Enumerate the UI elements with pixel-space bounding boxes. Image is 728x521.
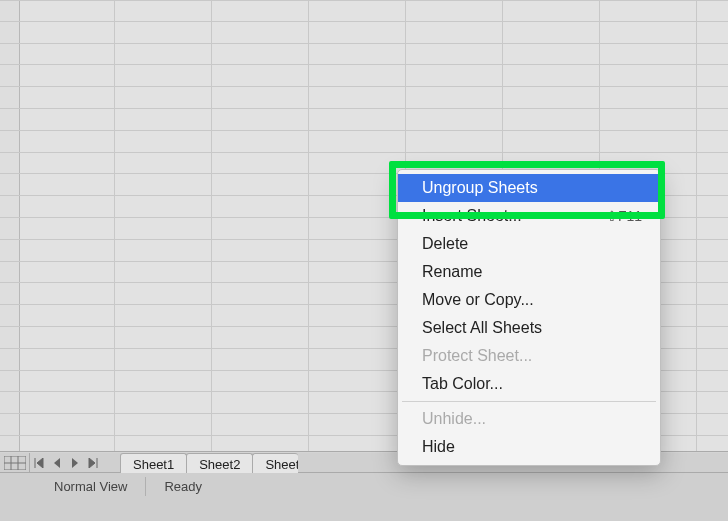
last-sheet-button[interactable] [84,454,102,472]
nav-first-icon [34,458,44,468]
menu-item-label: Move or Copy... [422,291,534,309]
grid-view-icon [4,456,26,470]
view-options-button[interactable] [0,453,30,473]
sheet-tab-2[interactable]: Sheet2 [186,453,253,473]
view-mode-label: Normal View [36,477,146,496]
sheet-tab-1[interactable]: Sheet1 [120,453,187,473]
menu-item-label: Insert Sheet... [422,207,522,225]
menu-select-all-sheets[interactable]: Select All Sheets [398,314,660,342]
menu-insert-sheet[interactable]: Insert Sheet... ⇧F11 [398,202,660,230]
menu-separator [402,401,656,402]
menu-item-label: Select All Sheets [422,319,542,337]
nav-last-icon [88,458,98,468]
menu-item-label: Hide [422,438,455,456]
first-sheet-button[interactable] [30,454,48,472]
menu-protect-sheet: Protect Sheet... [398,342,660,370]
menu-delete[interactable]: Delete [398,230,660,258]
menu-item-label: Delete [422,235,468,253]
menu-hide[interactable]: Hide [398,433,660,461]
nav-next-icon [71,458,79,468]
menu-shortcut-label: ⇧F11 [606,208,642,224]
nav-prev-icon [53,458,61,468]
sheet-context-menu: Ungroup Sheets Insert Sheet... ⇧F11 Dele… [397,169,661,466]
sheet-tab-3[interactable]: Sheet3 [252,453,298,473]
next-sheet-button[interactable] [66,454,84,472]
menu-unhide: Unhide... [398,405,660,433]
menu-ungroup-sheets[interactable]: Ungroup Sheets [398,174,660,202]
status-state-label: Ready [146,477,220,496]
menu-item-label: Rename [422,263,482,281]
menu-item-label: Unhide... [422,410,486,428]
menu-item-label: Ungroup Sheets [422,179,538,197]
menu-item-label: Protect Sheet... [422,347,532,365]
menu-tab-color[interactable]: Tab Color... [398,370,660,398]
menu-item-label: Tab Color... [422,375,503,393]
prev-sheet-button[interactable] [48,454,66,472]
menu-move-or-copy[interactable]: Move or Copy... [398,286,660,314]
menu-rename[interactable]: Rename [398,258,660,286]
status-bar: Normal View Ready [0,473,728,521]
